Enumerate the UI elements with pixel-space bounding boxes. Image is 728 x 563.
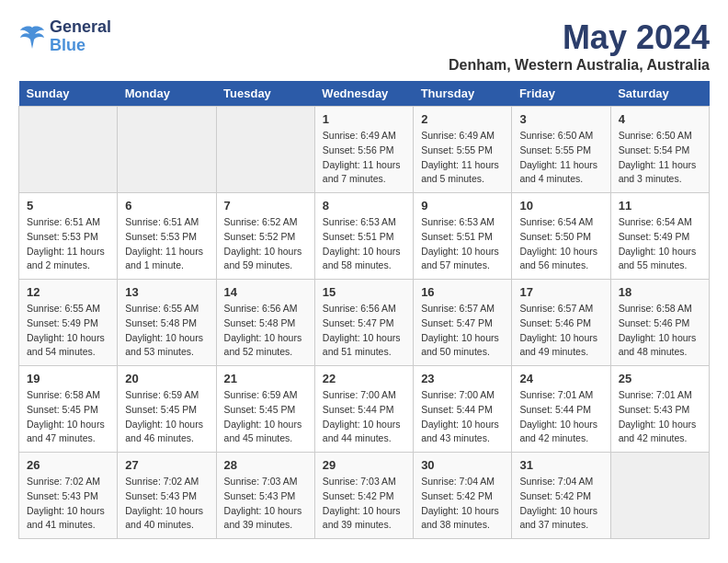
calendar-cell: 19Sunrise: 6:58 AM Sunset: 5:45 PM Dayli…: [19, 366, 118, 453]
day-info: Sunrise: 6:59 AM Sunset: 5:45 PM Dayligh…: [125, 388, 208, 446]
day-number: 24: [519, 372, 602, 385]
day-info: Sunrise: 6:55 AM Sunset: 5:48 PM Dayligh…: [125, 302, 208, 360]
day-info: Sunrise: 6:49 AM Sunset: 5:55 PM Dayligh…: [421, 129, 504, 187]
day-number: 31: [519, 458, 602, 472]
calendar-cell: 4Sunrise: 6:50 AM Sunset: 5:54 PM Daylig…: [610, 107, 709, 193]
day-number: 27: [125, 458, 208, 472]
day-info: Sunrise: 7:02 AM Sunset: 5:43 PM Dayligh…: [27, 475, 109, 533]
day-header-sunday: Sunday: [19, 81, 118, 107]
calendar-cell: 3Sunrise: 6:50 AM Sunset: 5:55 PM Daylig…: [512, 107, 610, 193]
day-info: Sunrise: 6:58 AM Sunset: 5:45 PM Dayligh…: [27, 388, 109, 446]
calendar-cell: 21Sunrise: 6:59 AM Sunset: 5:45 PM Dayli…: [216, 366, 314, 453]
calendar-cell: 2Sunrise: 6:49 AM Sunset: 5:55 PM Daylig…: [414, 107, 512, 193]
day-info: Sunrise: 6:55 AM Sunset: 5:49 PM Dayligh…: [27, 302, 109, 360]
calendar-week-row: 1Sunrise: 6:49 AM Sunset: 5:56 PM Daylig…: [19, 107, 710, 193]
day-info: Sunrise: 7:01 AM Sunset: 5:43 PM Dayligh…: [619, 388, 701, 446]
day-info: Sunrise: 6:50 AM Sunset: 5:55 PM Dayligh…: [519, 129, 602, 187]
day-header-tuesday: Tuesday: [216, 81, 314, 107]
title-block: May 2024 Denham, Western Australia, Aust…: [449, 18, 710, 74]
day-number: 9: [421, 199, 504, 213]
calendar-cell: 12Sunrise: 6:55 AM Sunset: 5:49 PM Dayli…: [19, 280, 118, 366]
calendar-cell: [19, 107, 118, 193]
day-number: 12: [27, 285, 109, 299]
calendar-cell: 9Sunrise: 6:53 AM Sunset: 5:51 PM Daylig…: [414, 193, 512, 280]
day-number: 21: [224, 372, 307, 385]
day-info: Sunrise: 7:03 AM Sunset: 5:42 PM Dayligh…: [323, 475, 405, 533]
day-number: 26: [27, 458, 109, 472]
calendar-cell: 24Sunrise: 7:01 AM Sunset: 5:44 PM Dayli…: [512, 366, 610, 453]
day-number: 7: [224, 199, 307, 213]
calendar-cell: 15Sunrise: 6:56 AM Sunset: 5:47 PM Dayli…: [314, 280, 413, 366]
day-number: 13: [125, 285, 208, 299]
calendar-cell: 5Sunrise: 6:51 AM Sunset: 5:53 PM Daylig…: [19, 193, 118, 280]
calendar-cell: [216, 107, 314, 193]
calendar-cell: 16Sunrise: 6:57 AM Sunset: 5:47 PM Dayli…: [414, 280, 512, 366]
calendar-cell: [118, 107, 216, 193]
day-number: 29: [323, 458, 405, 472]
day-number: 19: [27, 372, 109, 385]
day-number: 22: [323, 372, 405, 385]
calendar-cell: 8Sunrise: 6:53 AM Sunset: 5:51 PM Daylig…: [314, 193, 413, 280]
day-info: Sunrise: 7:00 AM Sunset: 5:44 PM Dayligh…: [323, 388, 405, 446]
calendar-cell: 26Sunrise: 7:02 AM Sunset: 5:43 PM Dayli…: [19, 453, 118, 539]
day-number: 18: [619, 285, 701, 299]
calendar-cell: 11Sunrise: 6:54 AM Sunset: 5:49 PM Dayli…: [610, 193, 709, 280]
day-info: Sunrise: 7:03 AM Sunset: 5:43 PM Dayligh…: [224, 475, 307, 533]
day-info: Sunrise: 7:04 AM Sunset: 5:42 PM Dayligh…: [519, 475, 602, 533]
day-number: 10: [519, 199, 602, 213]
day-info: Sunrise: 7:02 AM Sunset: 5:43 PM Dayligh…: [125, 475, 208, 533]
day-info: Sunrise: 6:59 AM Sunset: 5:45 PM Dayligh…: [224, 388, 307, 446]
calendar-cell: 25Sunrise: 7:01 AM Sunset: 5:43 PM Dayli…: [610, 366, 709, 453]
day-number: 30: [421, 458, 504, 472]
calendar-cell: 30Sunrise: 7:04 AM Sunset: 5:42 PM Dayli…: [414, 453, 512, 539]
day-header-friday: Friday: [512, 81, 610, 107]
day-number: 2: [421, 112, 504, 126]
day-header-thursday: Thursday: [414, 81, 512, 107]
day-number: 5: [27, 199, 109, 213]
calendar-week-row: 5Sunrise: 6:51 AM Sunset: 5:53 PM Daylig…: [19, 193, 710, 280]
day-info: Sunrise: 6:51 AM Sunset: 5:53 PM Dayligh…: [125, 215, 208, 273]
calendar-table: SundayMondayTuesdayWednesdayThursdayFrid…: [18, 81, 710, 539]
calendar-cell: 13Sunrise: 6:55 AM Sunset: 5:48 PM Dayli…: [118, 280, 216, 366]
day-header-saturday: Saturday: [610, 81, 709, 107]
day-number: 3: [519, 112, 602, 126]
day-number: 1: [323, 112, 405, 126]
calendar-cell: 17Sunrise: 6:57 AM Sunset: 5:46 PM Dayli…: [512, 280, 610, 366]
day-info: Sunrise: 6:57 AM Sunset: 5:47 PM Dayligh…: [421, 302, 504, 360]
day-info: Sunrise: 7:00 AM Sunset: 5:44 PM Dayligh…: [421, 388, 504, 446]
day-info: Sunrise: 7:01 AM Sunset: 5:44 PM Dayligh…: [519, 388, 602, 446]
calendar-cell: 14Sunrise: 6:56 AM Sunset: 5:48 PM Dayli…: [216, 280, 314, 366]
day-header-wednesday: Wednesday: [314, 81, 413, 107]
day-number: 11: [619, 199, 701, 213]
day-number: 14: [224, 285, 307, 299]
calendar-cell: 7Sunrise: 6:52 AM Sunset: 5:52 PM Daylig…: [216, 193, 314, 280]
day-header-monday: Monday: [118, 81, 216, 107]
day-number: 6: [125, 199, 208, 213]
day-number: 20: [125, 372, 208, 385]
day-number: 25: [619, 372, 701, 385]
calendar-cell: 23Sunrise: 7:00 AM Sunset: 5:44 PM Dayli…: [414, 366, 512, 453]
logo-icon: [18, 23, 46, 51]
day-number: 28: [224, 458, 307, 472]
day-number: 17: [519, 285, 602, 299]
day-info: Sunrise: 6:52 AM Sunset: 5:52 PM Dayligh…: [224, 215, 307, 273]
calendar-cell: 10Sunrise: 6:54 AM Sunset: 5:50 PM Dayli…: [512, 193, 610, 280]
day-info: Sunrise: 6:49 AM Sunset: 5:56 PM Dayligh…: [323, 129, 405, 187]
day-info: Sunrise: 6:53 AM Sunset: 5:51 PM Dayligh…: [323, 215, 405, 273]
day-info: Sunrise: 6:54 AM Sunset: 5:50 PM Dayligh…: [519, 215, 602, 273]
logo-text: General Blue: [50, 18, 111, 55]
day-info: Sunrise: 6:51 AM Sunset: 5:53 PM Dayligh…: [27, 215, 109, 273]
calendar-week-row: 26Sunrise: 7:02 AM Sunset: 5:43 PM Dayli…: [19, 453, 710, 539]
calendar-cell: [610, 453, 709, 539]
day-number: 15: [323, 285, 405, 299]
calendar-body: 1Sunrise: 6:49 AM Sunset: 5:56 PM Daylig…: [19, 107, 710, 539]
day-number: 4: [619, 112, 701, 126]
day-info: Sunrise: 6:58 AM Sunset: 5:46 PM Dayligh…: [619, 302, 701, 360]
calendar-week-row: 12Sunrise: 6:55 AM Sunset: 5:49 PM Dayli…: [19, 280, 710, 366]
calendar-cell: 31Sunrise: 7:04 AM Sunset: 5:42 PM Dayli…: [512, 453, 610, 539]
day-info: Sunrise: 6:54 AM Sunset: 5:49 PM Dayligh…: [619, 215, 701, 273]
calendar-cell: 6Sunrise: 6:51 AM Sunset: 5:53 PM Daylig…: [118, 193, 216, 280]
logo: General Blue: [18, 18, 111, 55]
calendar-header-row: SundayMondayTuesdayWednesdayThursdayFrid…: [19, 81, 710, 107]
calendar-cell: 22Sunrise: 7:00 AM Sunset: 5:44 PM Dayli…: [314, 366, 413, 453]
